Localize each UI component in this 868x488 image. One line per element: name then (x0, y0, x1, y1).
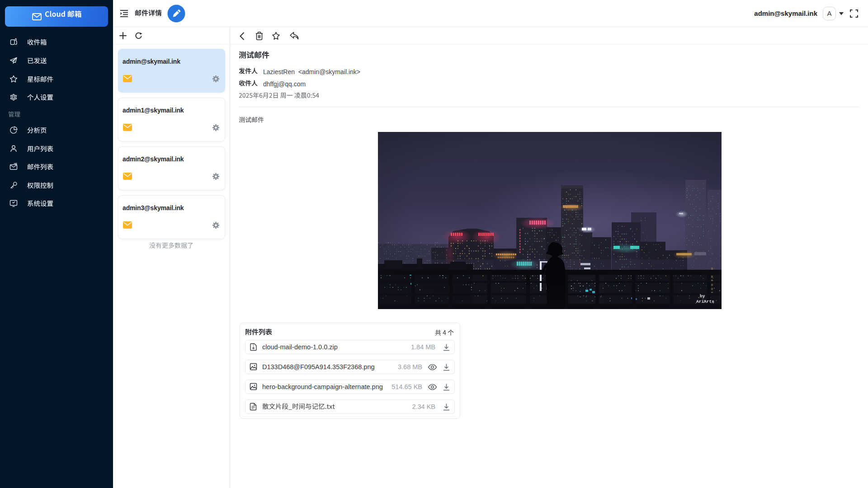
svg-text:by: by (700, 294, 705, 299)
svg-text:AriArts: AriArts (696, 299, 714, 304)
